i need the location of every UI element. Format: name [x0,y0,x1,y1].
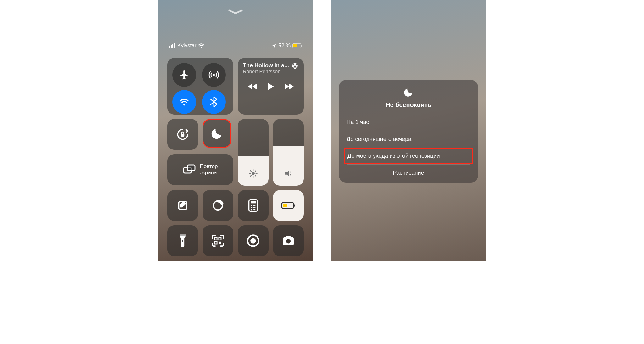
svg-rect-31 [219,238,221,240]
low-power-button[interactable] [273,190,304,221]
svg-rect-2 [172,44,173,48]
screen-mirror-label-1: Повтор [200,163,218,170]
svg-point-24 [253,209,254,210]
collapse-chevron-icon[interactable] [228,9,243,14]
svg-point-18 [253,205,254,206]
svg-point-21 [253,207,254,208]
do-not-disturb-button[interactable] [203,119,231,148]
media-artist: Robert Pehrsson'... [243,69,289,75]
cellular-icon [208,70,219,80]
battery-percentage: 52 % [278,42,291,49]
svg-rect-28 [294,204,295,207]
wifi-icon [198,43,204,48]
svg-rect-34 [220,243,221,244]
timer-icon [212,200,224,211]
svg-point-23 [251,209,252,210]
cellular-data-button[interactable] [202,63,226,87]
camera-icon [281,235,295,246]
orientation-lock-button[interactable] [167,119,198,150]
dnd-card: Не беспокоить На 1 час До сегодняшнего в… [339,80,478,183]
svg-rect-11 [187,165,195,171]
svg-point-19 [254,205,255,206]
svg-point-4 [213,74,215,76]
svg-rect-1 [171,45,172,48]
dnd-option-1hour[interactable]: На 1 час [347,114,470,131]
volume-icon [284,169,293,178]
qr-scanner-button[interactable] [203,225,233,256]
dnd-options-screen: Не беспокоить На 1 час До сегодняшнего в… [331,0,486,261]
svg-point-20 [251,207,252,208]
svg-rect-0 [169,46,170,48]
svg-point-12 [252,172,255,175]
screen-record-button[interactable] [238,225,269,256]
brightness-icon [248,169,258,178]
media-tile[interactable]: The Hollow in a... Robert Pehrsson'... [238,58,304,115]
connectivity-tile[interactable] [167,58,233,115]
svg-rect-30 [215,238,217,240]
carrier-label: Kyivstar [177,42,196,49]
calculator-icon [248,199,258,212]
svg-point-38 [250,238,256,244]
wifi-large-icon [179,97,190,107]
svg-point-5 [183,104,185,106]
screen-mirror-button[interactable]: Повтор экрана [167,154,233,185]
media-title: The Hollow in a... [243,62,289,69]
svg-point-8 [294,65,296,66]
bluetooth-icon [209,97,218,107]
qr-icon [212,234,224,247]
svg-rect-16 [251,201,256,204]
signal-icon [169,43,175,48]
dnd-option-leave-location[interactable]: До моего ухода из этой геопозиции [344,148,473,164]
svg-rect-27 [283,204,287,207]
svg-point-17 [251,205,252,206]
orientation-lock-icon [176,128,189,141]
svg-rect-9 [181,134,185,137]
svg-rect-33 [219,242,220,243]
airplane-icon [179,70,190,80]
media-next-button[interactable] [284,83,294,90]
media-prev-button[interactable] [248,83,257,90]
flashlight-button[interactable] [167,225,198,256]
dnd-title: Не беспокоить [386,101,431,109]
dnd-schedule-link[interactable]: Расписание [347,164,470,176]
dnd-option-evening[interactable]: До сегодняшнего вечера [347,131,470,148]
flashlight-icon [179,234,187,248]
status-bar: Kyivstar 52 % [169,42,302,49]
volume-slider[interactable] [273,119,304,186]
svg-rect-35 [219,243,220,244]
notes-icon [177,200,189,211]
media-play-button[interactable] [267,82,275,91]
svg-rect-3 [174,43,175,48]
calculator-button[interactable] [238,190,269,221]
svg-point-39 [286,239,291,243]
bluetooth-button[interactable] [202,90,226,114]
notes-button[interactable] [167,190,198,221]
moon-icon [210,127,224,140]
location-icon [272,43,276,48]
airplane-mode-button[interactable] [172,63,196,87]
wifi-button[interactable] [172,90,196,114]
timer-button[interactable] [203,190,233,221]
record-icon [247,234,260,247]
svg-point-22 [254,207,255,208]
svg-point-25 [254,209,255,210]
svg-rect-36 [220,242,221,243]
airplay-icon[interactable] [291,62,299,70]
battery-icon [292,43,302,48]
moon-icon [403,87,414,98]
brightness-slider[interactable] [238,119,269,186]
battery-low-power-icon [281,202,296,209]
svg-rect-29 [182,240,183,242]
svg-rect-32 [215,242,217,244]
screen-mirror-label-2: экрана [200,170,218,176]
screen-mirror-icon [183,164,196,175]
camera-button[interactable] [273,225,304,256]
control-center-screen: Kyivstar 52 % [158,0,313,261]
